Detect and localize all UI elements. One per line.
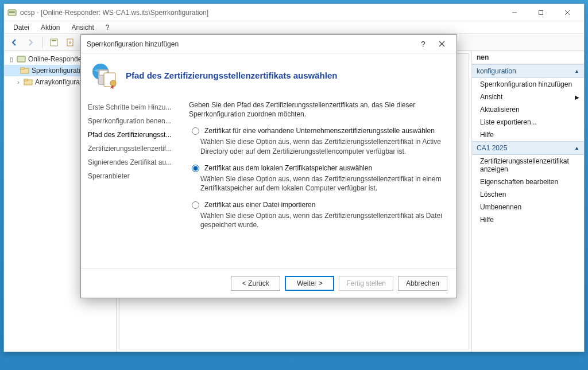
step-first-steps[interactable]: Erste Schritte beim Hinzu... — [88, 100, 177, 114]
maximize-button[interactable] — [528, 5, 554, 21]
svg-point-22 — [110, 80, 116, 86]
svg-rect-15 — [24, 79, 28, 81]
option-description: Wählen Sie diese Option aus, wenn das Ze… — [200, 137, 443, 155]
step-name-config[interactable]: Sperrkonfiguration benen... — [88, 114, 177, 128]
step-signing-cert[interactable]: Signierendes Zertifikat au... — [88, 155, 177, 169]
collapse-icon: ▲ — [574, 68, 579, 74]
option-label[interactable]: Zertifikat aus einer Datei importieren — [204, 201, 315, 209]
actions-section-label: konfiguration — [477, 67, 516, 75]
collapse-icon: ▲ — [574, 145, 579, 151]
app-icon — [7, 8, 17, 17]
nav-forward-button[interactable] — [24, 36, 37, 49]
expand-icon[interactable]: › — [16, 79, 21, 85]
svg-rect-7 — [52, 40, 56, 41]
nav-back-button[interactable] — [7, 36, 21, 49]
responder-icon — [17, 54, 26, 64]
menu-file[interactable]: Datei — [7, 22, 35, 33]
action-view-label: Ansicht — [480, 93, 502, 101]
tree-node-label: Sperrkonfiguration — [32, 67, 88, 75]
radio-local-store[interactable] — [192, 165, 199, 172]
option-import-file: Zertifikat aus einer Datei importieren W… — [189, 201, 443, 229]
folder-icon — [24, 77, 33, 87]
dialog-heading: Pfad des Zertifizierungsstellenzertifika… — [126, 71, 337, 80]
titlebar: ocsp - [Online-Responder: WS-CA1.ws.its\… — [4, 4, 584, 21]
folder-icon — [20, 66, 29, 75]
menubar: Datei Aktion Ansicht ? — [4, 21, 584, 34]
toolbar-export-icon[interactable] — [63, 36, 77, 49]
action-help[interactable]: Hilfe — [472, 213, 584, 226]
svg-rect-1 — [9, 11, 15, 13]
actions-pane: nen konfiguration ▲ Sperrkonfiguration h… — [471, 51, 584, 352]
svg-rect-3 — [539, 10, 543, 14]
step-intro-text: Geben Sie den Pfad des Zertifizierungsst… — [189, 100, 443, 119]
option-enterprise-ca: Zertifikat für eine vorhandene Unternehm… — [189, 127, 443, 155]
dialog-body: Pfad des Zertifizierungsstellenzertifika… — [81, 53, 457, 298]
back-button[interactable]: < Zurück — [231, 276, 280, 291]
action-delete[interactable]: Löschen — [472, 188, 584, 201]
actions-section-label: CA1 2025 — [477, 144, 507, 152]
toolbar-separator — [42, 37, 42, 48]
action-help[interactable]: Hilfe — [472, 128, 584, 141]
finish-button: Fertig stellen — [339, 276, 393, 291]
minimize-button[interactable] — [501, 5, 528, 21]
radio-enterprise-ca[interactable] — [192, 127, 199, 135]
action-view[interactable]: Ansicht ▶ — [472, 91, 584, 103]
actions-header-label: nen — [477, 53, 489, 61]
option-label[interactable]: Zertifikat aus dem lokalen Zertifikatspe… — [204, 164, 372, 172]
svg-rect-11 — [17, 56, 25, 62]
option-description: Wählen Sie diese Option aus, wenn das Ze… — [200, 174, 443, 193]
action-refresh[interactable]: Aktualisieren — [472, 103, 584, 116]
taskbar-slice — [0, 353, 588, 370]
chevron-right-icon: ▶ — [575, 94, 579, 100]
wizard-steps: Erste Schritte beim Hinzu... Sperrkonfig… — [81, 95, 184, 268]
menu-help[interactable]: ? — [100, 22, 115, 33]
step-cert-path[interactable]: Pfad des Zertifizierungsst... — [88, 128, 177, 142]
dialog-buttons: < Zurück Weiter > Fertig stellen Abbrech… — [81, 268, 457, 298]
menu-view[interactable]: Ansicht — [65, 22, 99, 33]
window-controls — [501, 5, 581, 21]
action-rename[interactable]: Umbenennen — [472, 201, 584, 213]
option-description: Wählen Sie diese Option aus, wenn das Ze… — [200, 211, 443, 229]
option-local-store: Zertifikat aus dem lokalen Zertifikatspe… — [189, 164, 443, 193]
cancel-button[interactable]: Abbrechen — [398, 276, 447, 291]
next-button[interactable]: Weiter > — [285, 276, 334, 291]
dialog-content: Erste Schritte beim Hinzu... Sperrkonfig… — [81, 91, 457, 268]
action-export-list[interactable]: Liste exportieren... — [472, 116, 584, 128]
action-show-ca-cert[interactable]: Zertifizierungsstellenzertifikat anzeige… — [472, 155, 584, 176]
window-title: ocsp - [Online-Responder: WS-CA1.ws.its\… — [20, 9, 208, 17]
dialog-help-button[interactable]: ? — [414, 36, 432, 52]
step-revocation-provider[interactable]: Sperranbieter — [88, 169, 177, 183]
wizard-step-body: Geben Sie den Pfad des Zertifizierungsst… — [184, 95, 457, 268]
dialog-titlebar: Sperrkonfiguration hinzufügen ? — [81, 35, 457, 53]
radio-import-file[interactable] — [192, 201, 199, 209]
svg-rect-6 — [51, 39, 57, 46]
actions-header: nen — [472, 51, 584, 64]
step-ca-cert[interactable]: Zertifizierungsstellenzertif... — [88, 142, 177, 155]
close-button[interactable] — [554, 5, 581, 21]
option-label[interactable]: Zertifikat für eine vorhandene Unternehm… — [204, 127, 435, 135]
dialog-header: Pfad des Zertifizierungsstellenzertifika… — [81, 53, 457, 91]
menu-action[interactable]: Aktion — [35, 22, 65, 33]
wizard-dialog: Sperrkonfiguration hinzufügen ? Pfad des… — [80, 34, 457, 298]
actions-section-ca[interactable]: CA1 2025 ▲ — [472, 141, 584, 155]
svg-rect-13 — [21, 68, 24, 69]
action-edit-properties[interactable]: Eigenschaften bearbeiten — [472, 176, 584, 188]
toolbar-properties-icon[interactable] — [47, 36, 61, 49]
dialog-close-button[interactable] — [432, 36, 451, 52]
expand-icon[interactable]: ▯ — [9, 56, 14, 63]
actions-section-konfiguration[interactable]: konfiguration ▲ — [472, 64, 584, 78]
action-add-sperrkonfiguration[interactable]: Sperrkonfiguration hinzufügen — [472, 78, 584, 91]
certificate-server-icon — [90, 61, 118, 89]
dialog-title: Sperrkonfiguration hinzufügen — [87, 40, 179, 48]
